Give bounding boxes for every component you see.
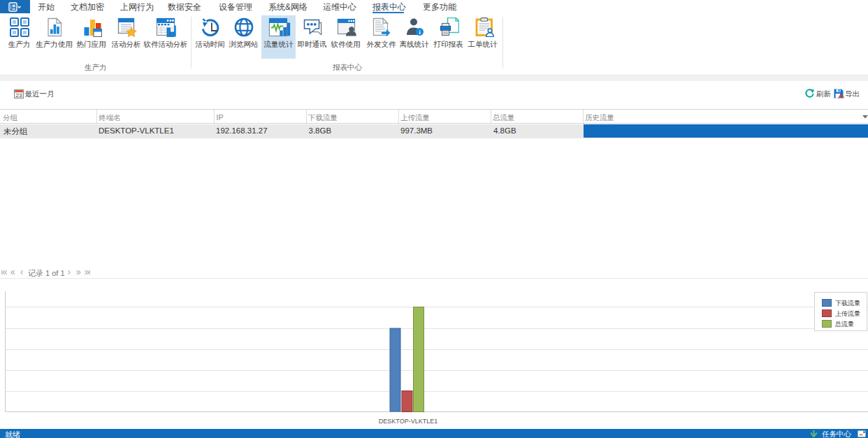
svg-text:23: 23 [16,92,22,98]
svg-text:DESKTOP-VLKTLE1: DESKTOP-VLKTLE1 [379,418,437,425]
